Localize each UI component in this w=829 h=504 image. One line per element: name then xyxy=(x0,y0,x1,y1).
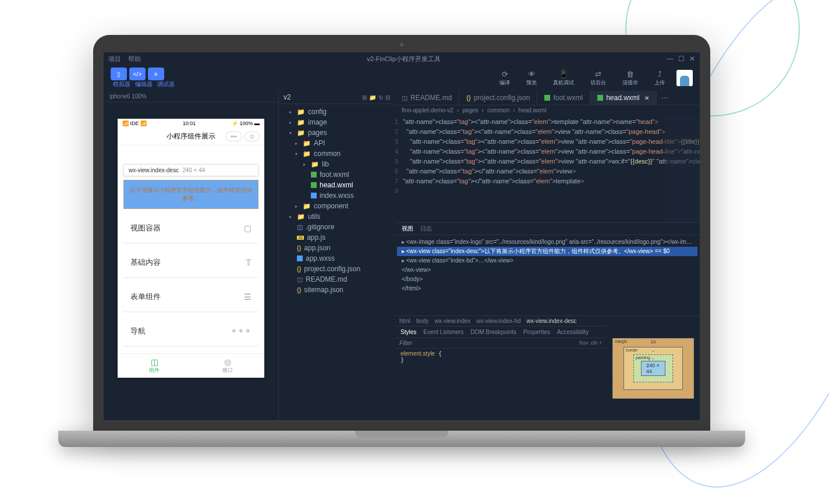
styles-filter-actions[interactable]: :hov .cls + xyxy=(578,340,602,346)
minimap[interactable] xyxy=(665,115,700,222)
dom-crumb[interactable]: wx-view.index-hd xyxy=(476,318,520,324)
breadcrumb-item[interactable]: head.wxml xyxy=(519,107,547,113)
tree-item[interactable]: {}sitemap.json xyxy=(279,285,395,295)
tree-item[interactable]: ▸📁API xyxy=(279,138,395,148)
titlebar: 项目 帮助 v2-FinClip小程序开发工具 — ☐ ✕ xyxy=(104,52,700,65)
dom-node[interactable]: </wx-view> xyxy=(397,265,697,275)
status-time: 10:01 xyxy=(183,120,196,126)
editor-tab[interactable]: foot.wxml xyxy=(537,91,590,105)
new-file-icon[interactable]: ⊞ xyxy=(362,94,367,101)
dom-crumb[interactable]: html xyxy=(399,318,410,324)
breadcrumb-item[interactable]: common xyxy=(487,107,509,113)
css-rule[interactable]: element.style { } xyxy=(395,349,607,365)
styles-tab[interactable]: DOM Breakpoints xyxy=(470,329,516,335)
ide-window: 项目 帮助 v2-FinClip小程序开发工具 — ☐ ✕ ▯ </> ≡ xyxy=(104,52,700,420)
tree-item[interactable]: ▸📁component xyxy=(279,201,395,211)
highlighted-element[interactable]: 以下用展示小程序官方组件能力，组件样式仅供参考。 xyxy=(123,180,258,209)
editor-tab[interactable]: ◫ README.md xyxy=(395,91,459,105)
menu-help[interactable]: 帮助 xyxy=(128,55,141,63)
new-folder-icon[interactable]: 📁 xyxy=(369,94,376,101)
collapse-icon[interactable]: ⊟ xyxy=(385,94,390,101)
more-icon[interactable]: ••• xyxy=(225,132,242,141)
status-battery: ⚡ 100% ▬ xyxy=(232,120,260,126)
tree-item[interactable]: {}app.json xyxy=(279,243,395,253)
dom-node[interactable]: ▸ <wx-view class="index-bd">…</wx-view> xyxy=(397,256,697,265)
code-editor[interactable]: 12345678 "attr-name">class="tag"><"attr-… xyxy=(395,115,700,222)
menu-project[interactable]: 项目 xyxy=(108,55,121,63)
tree-item[interactable]: foot.wxml xyxy=(279,169,395,180)
close-app-icon[interactable]: ⊙ xyxy=(245,132,260,141)
tree-item[interactable]: ◫README.md xyxy=(279,274,395,285)
menu-item[interactable]: 视图容器▢ xyxy=(123,214,258,243)
box-model: margin 10 border – padding – 240 × 44 xyxy=(607,316,700,420)
css-rule[interactable]: </span> <span class="css-sel">.index-des… xyxy=(395,365,607,368)
simulator-toggle[interactable]: ▯ xyxy=(111,68,127,80)
dom-crumb[interactable]: body xyxy=(416,318,429,324)
styles-tab[interactable]: Accessibility xyxy=(557,329,589,335)
toolbar-上传[interactable]: ⤴上传 xyxy=(654,70,665,87)
editor-area: ◫ README.md{} project.config.json foot.w… xyxy=(395,91,700,420)
phone-preview: 📶 IDE 📶 10:01 ⚡ 100% ▬ 小程序组件展示 ••• ⊙ xyxy=(118,119,264,378)
tab-more-icon[interactable]: ⋯ xyxy=(657,91,673,105)
dom-tab-log[interactable]: 日志 xyxy=(420,225,432,233)
dom-node[interactable]: </html> xyxy=(397,284,697,293)
device-info[interactable]: iphone6 100% xyxy=(104,91,278,102)
tree-item[interactable]: ▸📁config xyxy=(279,107,395,117)
tree-item[interactable]: ▾📁common xyxy=(279,148,395,159)
dom-node[interactable]: ▸ <wx-image class="index-logo" src="../r… xyxy=(397,237,697,247)
maximize-icon[interactable]: ☐ xyxy=(678,55,685,63)
toolbar-编译[interactable]: ⟳编译 xyxy=(499,70,510,87)
phone-tab[interactable]: ◎接口 xyxy=(191,354,264,378)
editor-tab[interactable]: {} project.config.json xyxy=(459,91,537,105)
tree-item[interactable]: index.wxss xyxy=(279,190,395,201)
refresh-icon[interactable]: ↻ xyxy=(378,94,383,101)
editor-toggle[interactable]: </> xyxy=(129,68,146,80)
tree-item[interactable]: ▸📁utils xyxy=(279,211,395,222)
breadcrumb-item[interactable]: fino-applet-demo-v2 xyxy=(402,107,454,113)
tree-item[interactable]: ◫.gitignore xyxy=(279,222,395,232)
project-root[interactable]: v2 xyxy=(284,93,291,101)
status-signal: 📶 IDE 📶 xyxy=(122,120,147,126)
dom-panel: 视图 日志 ▸ <wx-image class="index-logo" src… xyxy=(395,222,700,315)
toolbar-清缓存[interactable]: 🗑清缓存 xyxy=(622,70,638,87)
laptop-frame: 项目 帮助 v2-FinClip小程序开发工具 — ☐ ✕ ▯ </> ≡ xyxy=(93,35,710,454)
breadcrumb-item[interactable]: pages xyxy=(462,107,478,113)
tree-item[interactable]: ▸📁lib xyxy=(279,159,395,169)
styles-tab[interactable]: Properties xyxy=(523,329,550,335)
dom-node[interactable]: </body> xyxy=(397,275,697,284)
dom-crumb[interactable]: wx-view.index xyxy=(435,318,471,324)
toolbar: ▯ </> ≡ 模拟器 编辑器 调试器 ⟳编译👁预览📱真机调试⇄切后台🗑清缓存⤴… xyxy=(104,65,700,91)
menu-item[interactable]: 表单组件☰ xyxy=(123,282,258,312)
inspector-tooltip: wx-view.index-desc240 × 44 xyxy=(123,164,258,176)
styles-tab[interactable]: Event Listeners xyxy=(423,329,463,335)
toolbar-真机调试[interactable]: 📱真机调试 xyxy=(553,70,574,87)
close-icon[interactable]: ✕ xyxy=(689,55,695,63)
minimize-icon[interactable]: — xyxy=(667,55,674,63)
dom-tab-view[interactable]: 视图 xyxy=(402,225,413,233)
user-avatar[interactable] xyxy=(676,70,693,86)
styles-panel: htmlbodywx-view.indexwx-view.index-hdwx-… xyxy=(395,315,700,420)
dom-node[interactable]: ▸ <wx-view class="index-desc">以下将展示小程序官方… xyxy=(397,247,697,256)
tree-item[interactable]: head.wxml xyxy=(279,180,395,190)
phone-tab[interactable]: ◫组件 xyxy=(118,354,191,378)
tab-close-icon[interactable]: ✕ xyxy=(644,95,649,101)
toolbar-切后台[interactable]: ⇄切后台 xyxy=(590,70,606,87)
debugger-toggle[interactable]: ≡ xyxy=(148,68,164,80)
styles-filter[interactable]: Filter xyxy=(399,340,578,346)
tree-item[interactable]: app.wxss xyxy=(279,253,395,264)
toolbar-预览[interactable]: 👁预览 xyxy=(526,70,537,87)
debugger-label: 调试器 xyxy=(157,80,175,88)
tree-item[interactable]: ▸📁image xyxy=(279,117,395,127)
styles-tab[interactable]: Styles xyxy=(401,329,416,335)
editor-tab[interactable]: head.wxml✕ xyxy=(590,91,657,105)
dom-crumb[interactable]: wx-view.index-desc xyxy=(526,318,576,324)
app-title: 小程序组件展示 xyxy=(166,132,215,141)
editor-label: 编辑器 xyxy=(135,80,153,88)
menu-item[interactable]: 导航⚬⚬⚬ xyxy=(123,317,258,346)
tree-item[interactable]: ▾📁pages xyxy=(279,127,395,138)
menu-item[interactable]: 基础内容𝕋 xyxy=(123,248,258,278)
tree-item[interactable]: {}project.config.json xyxy=(279,264,395,274)
simulator-panel: iphone6 100% 📶 IDE 📶 10:01 ⚡ 100% ▬ 小程序组… xyxy=(104,91,278,420)
tree-item[interactable]: JSapp.js xyxy=(279,232,395,243)
window-title: v2-FinClip小程序开发工具 xyxy=(141,55,667,63)
